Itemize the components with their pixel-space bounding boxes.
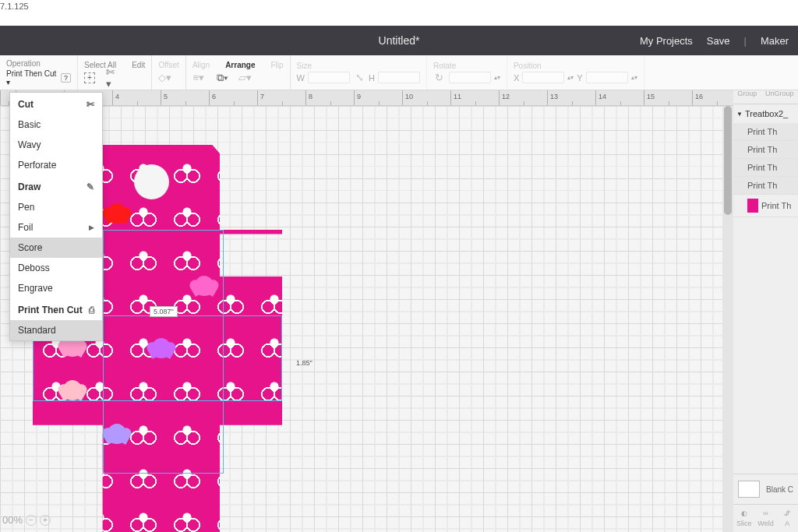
attach-button[interactable]: 🖇A: [776, 505, 798, 532]
panel-bottom: Blank C ◐Slice ∞Weld 🖇A: [733, 474, 798, 532]
operation-dropdown[interactable]: Print Then Cut ▾: [6, 69, 58, 86]
offset-button[interactable]: ◇▾: [158, 72, 171, 84]
slice-icon: ◐: [739, 509, 750, 519]
weld-icon: ∞: [761, 509, 772, 519]
menu-basic[interactable]: Basic: [10, 115, 102, 135]
weld-button[interactable]: ∞Weld: [755, 505, 777, 532]
position-x-input[interactable]: [522, 72, 564, 83]
menu-foil[interactable]: Foil▶: [10, 217, 102, 238]
pen-icon: ✎: [87, 181, 94, 192]
operation-label: Operation: [6, 59, 71, 68]
menu-standard[interactable]: Standard: [10, 320, 102, 340]
zoom-value: 00%: [2, 514, 23, 526]
attach-icon: 🖇: [782, 509, 793, 519]
blank-canvas-label: Blank C: [766, 485, 793, 494]
size-label: Size: [297, 62, 420, 70]
main-area: 234567891011121314151617 5.087": [0, 90, 798, 532]
arrange-label: Arrange: [225, 61, 255, 69]
scrollbar-v[interactable]: [722, 106, 733, 532]
chevron-down-icon: ▼: [736, 111, 743, 118]
dimension-width: 5.087": [150, 306, 178, 317]
printer-icon: ⎙: [89, 305, 94, 315]
layers-panel: Layers Group UnGroup ▼ Treatbox2_ Print …: [733, 55, 798, 532]
scissors-icon: ✄: [87, 99, 94, 110]
title-bar-actions: My Projects Save | Maker: [640, 35, 789, 47]
layer-row[interactable]: Print Th: [733, 177, 798, 195]
layer-project-title[interactable]: ▼ Treatbox2_: [733, 104, 798, 123]
layer-row[interactable]: Print Th: [733, 195, 798, 217]
zoom-control[interactable]: 00% − +: [2, 514, 51, 526]
my-projects-link[interactable]: My Projects: [640, 35, 693, 47]
position-label: Position: [514, 62, 637, 70]
align-button[interactable]: ≡▾: [192, 72, 205, 84]
document-title: Untitled*: [379, 34, 420, 47]
top-gap: [0, 0, 798, 26]
title-bar: Untitled* My Projects Save | Maker: [0, 26, 798, 55]
canvas[interactable]: 234567891011121314151617 5.087": [0, 90, 733, 532]
layer-tree: ▼ Treatbox2_ Print ThPrint ThPrint ThPri…: [733, 104, 798, 474]
menu-cut-category: Cut✄: [10, 93, 102, 115]
operation-menu: Cut✄ Basic Wavy Perforate Draw✎ Pen Foil…: [9, 92, 103, 341]
slice-button[interactable]: ◐Slice: [733, 505, 755, 532]
device-select[interactable]: Maker: [761, 35, 789, 47]
ruler-horizontal: 234567891011121314151617: [0, 90, 733, 106]
rotate-input[interactable]: [449, 72, 491, 83]
version-label: 7.1.125: [0, 2, 29, 11]
layer-row[interactable]: Print Th: [733, 123, 798, 141]
flip-label: Flip: [270, 61, 283, 69]
position-x-label: X: [514, 73, 519, 83]
edit-button[interactable]: ✄▾: [106, 72, 118, 84]
chevron-right-icon: ▶: [89, 224, 94, 231]
menu-print-cut-category: Print Then Cut⎙: [10, 298, 102, 320]
flip-button[interactable]: ▱▾: [239, 72, 252, 84]
size-h-label: H: [369, 73, 375, 83]
scrollbar-thumb[interactable]: [724, 106, 732, 215]
menu-score[interactable]: Score: [10, 238, 102, 258]
menu-wavy[interactable]: Wavy: [10, 135, 102, 155]
offset-label: Offset: [158, 61, 179, 69]
position-y-input[interactable]: [586, 72, 628, 83]
align-label: Align: [192, 61, 210, 69]
toolbar: Operation Print Then Cut ▾ ? Select All …: [0, 55, 798, 90]
layer-row[interactable]: Print Th: [733, 159, 798, 177]
zoom-out-button[interactable]: −: [26, 515, 37, 526]
rotate-label: Rotate: [433, 62, 500, 70]
size-w-label: W: [297, 73, 305, 83]
lock-aspect-icon[interactable]: ⤡: [353, 72, 365, 84]
rotate-icon: ↻: [433, 72, 446, 84]
size-w-input[interactable]: [308, 72, 350, 83]
edit-label: Edit: [132, 61, 145, 69]
dimension-height: 1.85": [293, 358, 316, 368]
menu-perforate[interactable]: Perforate: [10, 155, 102, 175]
arrange-button[interactable]: ⧉▾: [216, 72, 228, 84]
color-swatch[interactable]: [738, 481, 760, 498]
select-all-button[interactable]: +: [84, 72, 95, 83]
save-button[interactable]: Save: [707, 35, 730, 47]
size-h-input[interactable]: [378, 72, 420, 83]
divider: |: [743, 35, 746, 47]
menu-draw-category: Draw✎: [10, 175, 102, 197]
layer-row[interactable]: Print Th: [733, 141, 798, 159]
menu-deboss[interactable]: Deboss: [10, 258, 102, 278]
zoom-in-button[interactable]: +: [40, 515, 51, 526]
operation-help[interactable]: ?: [61, 73, 71, 83]
menu-engrave[interactable]: Engrave: [10, 278, 102, 298]
position-y-label: Y: [577, 73, 582, 83]
menu-pen[interactable]: Pen: [10, 197, 102, 217]
grid: 5.087" 1.85": [0, 106, 733, 532]
